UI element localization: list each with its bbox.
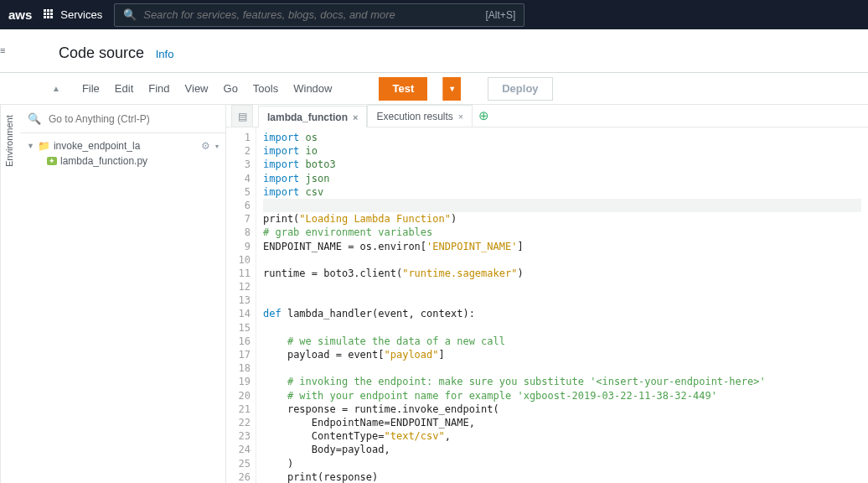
services-label: Services	[60, 8, 102, 21]
code-line[interactable]	[263, 280, 861, 293]
code-line[interactable]: EndpointName=ENDPOINT_NAME,	[263, 416, 861, 429]
menu-edit[interactable]: Edit	[115, 82, 133, 95]
file-tree: ▼ 📁 invoke_endpoint_la ⚙ ▾ ✦ lambda_func…	[20, 133, 225, 483]
tree-file-row[interactable]: ✦ lambda_function.py	[23, 153, 222, 169]
tab-lambda-function[interactable]: lambda_function ×	[258, 106, 367, 127]
tree-file-label: lambda_function.py	[60, 155, 147, 167]
global-nav: aws Services 🔍 [Alt+S]	[0, 0, 868, 29]
gear-icon[interactable]: ⚙	[201, 140, 210, 152]
tree-folder-label: invoke_endpoint_la	[54, 140, 140, 152]
environment-tab[interactable]: Environment	[0, 105, 20, 483]
code-area[interactable]: import osimport ioimport boto3import jso…	[256, 127, 868, 483]
aws-logo[interactable]: aws	[8, 8, 32, 22]
info-link[interactable]: Info	[156, 48, 174, 60]
close-icon[interactable]: ×	[353, 112, 358, 122]
code-line[interactable]	[263, 253, 861, 267]
left-panel: 🔍 ▼ 📁 invoke_endpoint_la ⚙ ▾ ✦ lambda_fu…	[20, 105, 226, 483]
deploy-button[interactable]: Deploy	[488, 77, 552, 101]
caret-down-icon: ▾	[215, 143, 219, 150]
tab-execution-results[interactable]: Execution results ×	[367, 105, 473, 127]
code-line[interactable]: Body=payload,	[263, 443, 861, 456]
goto-anything-input[interactable]	[49, 109, 225, 129]
code-line[interactable]: ENDPOINT_NAME = os.environ['ENDPOINT_NAM…	[263, 240, 861, 253]
menu-go[interactable]: Go	[224, 82, 238, 95]
global-search[interactable]: 🔍 [Alt+S]	[114, 3, 524, 27]
ide-panel: ▲ File Edit Find View Go Tools Window Te…	[0, 72, 868, 483]
code-line[interactable]: def lambda_handler(event, context):	[263, 307, 861, 320]
code-line[interactable]: # grab environment variables	[263, 226, 861, 239]
code-line[interactable]: runtime = boto3.client("runtime.sagemake…	[263, 267, 861, 280]
code-line[interactable]: ContentType="text/csv",	[263, 429, 861, 443]
folder-icon: 📁	[38, 140, 50, 152]
code-line[interactable]: )	[263, 457, 861, 470]
code-line[interactable]	[263, 293, 861, 307]
menu-find[interactable]: Find	[148, 82, 169, 95]
line-gutter: 1234567891011121314151617181920212223242…	[226, 127, 256, 483]
search-shortcut-hint: [Alt+S]	[486, 9, 516, 21]
code-line[interactable]	[263, 361, 861, 375]
code-line[interactable]: # with your endpoint name for example 'x…	[263, 389, 861, 402]
tab-list-icon[interactable]: ▤	[231, 105, 253, 127]
code-line[interactable]	[263, 199, 861, 212]
code-line[interactable]: payload = event["payload"]	[263, 348, 861, 361]
menu-view[interactable]: View	[185, 82, 209, 95]
add-tab-button[interactable]: ⊕	[473, 105, 494, 127]
test-dropdown-button[interactable]: ▼	[442, 77, 461, 101]
code-line[interactable]: import io	[263, 144, 861, 158]
collapse-up-icon[interactable]: ▲	[52, 84, 60, 93]
ide-menubar: ▲ File Edit Find View Go Tools Window Te…	[0, 73, 868, 105]
grid-icon	[44, 9, 55, 21]
menu-tools[interactable]: Tools	[253, 82, 278, 95]
global-search-input[interactable]	[143, 8, 478, 21]
code-line[interactable]: print(response)	[263, 470, 861, 483]
section-title: Code source	[59, 44, 144, 61]
section-header: Code source Info	[0, 29, 868, 72]
tab-strip: ▤ lambda_function × Execution results × …	[226, 105, 868, 127]
goto-anything-row: 🔍	[20, 105, 225, 133]
caret-down-icon: ▼	[27, 142, 34, 150]
search-icon: 🔍	[123, 8, 137, 21]
code-line[interactable]: import csv	[263, 185, 861, 199]
code-line[interactable]: response = runtime.invoke_endpoint(	[263, 402, 861, 416]
close-icon[interactable]: ×	[458, 112, 463, 122]
menu-window[interactable]: Window	[293, 82, 332, 95]
side-collapse-icon[interactable]: ≡	[0, 45, 15, 60]
code-line[interactable]: print("Loading Lambda Function")	[263, 212, 861, 226]
editor-panel: ▤ lambda_function × Execution results × …	[226, 105, 868, 483]
code-line[interactable]: import json	[263, 172, 861, 185]
code-editor[interactable]: 1234567891011121314151617181920212223242…	[226, 127, 868, 483]
code-line[interactable]: import boto3	[263, 158, 861, 171]
code-line[interactable]	[263, 321, 861, 335]
code-line[interactable]: # we simulate the data of a new call	[263, 335, 861, 348]
code-line[interactable]: # invoking the endpoint: make sure you s…	[263, 375, 861, 388]
services-menu[interactable]: Services	[44, 8, 102, 21]
search-icon: 🔍	[20, 112, 49, 125]
tree-folder-row[interactable]: ▼ 📁 invoke_endpoint_la ⚙ ▾	[23, 138, 222, 153]
tab-label: lambda_function	[267, 112, 348, 123]
python-file-icon: ✦	[47, 157, 57, 165]
tab-label: Execution results	[376, 111, 452, 122]
test-button[interactable]: Test	[379, 77, 427, 101]
code-line[interactable]: import os	[263, 131, 861, 144]
menu-file[interactable]: File	[82, 82, 100, 95]
